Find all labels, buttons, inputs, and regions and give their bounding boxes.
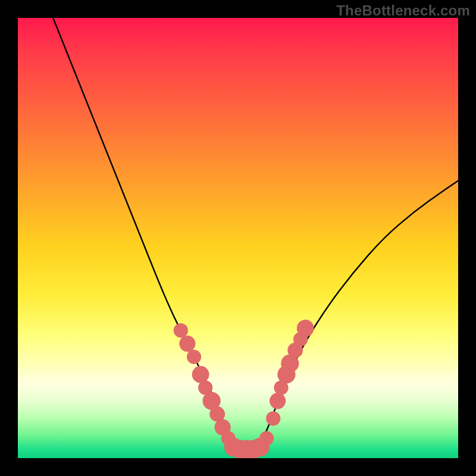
data-point <box>270 393 286 409</box>
data-point <box>259 431 274 446</box>
outer-frame: TheBottleneck.com <box>0 0 476 476</box>
curve-layer <box>53 18 458 449</box>
data-point <box>192 366 209 383</box>
data-point <box>266 411 280 425</box>
data-point <box>187 350 201 364</box>
bottleneck-curve <box>53 18 458 449</box>
data-point <box>297 320 314 337</box>
watermark-text: TheBottleneck.com <box>336 2 470 19</box>
plot-area <box>18 18 458 458</box>
data-point <box>174 323 188 337</box>
chart-svg <box>18 18 458 458</box>
data-point <box>179 336 195 352</box>
marker-layer <box>174 320 314 458</box>
